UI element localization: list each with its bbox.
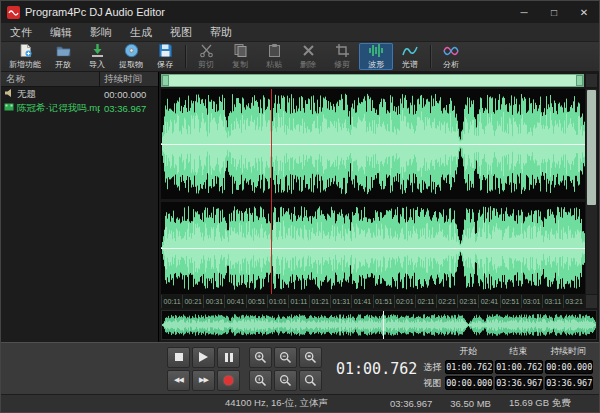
waveform-view-button[interactable]: 波形 [359,43,393,70]
file-duration: 00:00.000 [100,89,158,100]
main-area: 名称 持续时间 无题 00:00.000 陈冠希·记得我吗.mp4 03:36.… [1,72,599,342]
trim-button[interactable]: 修剪 [325,43,359,70]
menu-effects[interactable]: 影响 [81,23,121,41]
menu-bar: 文件 编辑 影响 生成 视图 帮助 [1,23,599,42]
copy-button[interactable]: 复制 [223,43,257,70]
toolbar-separator [430,45,431,68]
minimize-button[interactable]: ─ [509,1,539,23]
zoom-handle-left[interactable] [162,75,169,86]
analyze-button[interactable]: 分析 [434,43,468,70]
cd-disc-icon [124,43,139,58]
vertical-scrollbar[interactable] [586,89,597,294]
file-list-item-selected[interactable]: 陈冠希·记得我吗.mp4 03:36.967 [1,101,158,115]
menu-edit[interactable]: 编辑 [41,23,81,41]
zoom-handle-right[interactable] [576,75,583,86]
view-start-field[interactable]: 00:00.000 [445,376,493,390]
ruler-label: 00:41 [224,295,245,308]
maximize-button[interactable]: □ [539,1,569,23]
ruler-label: 01:01 [267,295,288,308]
ruler-label: 03:01 [521,295,542,308]
import-arrow-icon [90,43,105,58]
ruler-label: 01:41 [351,295,372,308]
stop-icon [175,353,183,361]
toolbar-separator [185,45,186,68]
skip-back-button[interactable]: ◀◀ [167,370,190,391]
import-button[interactable]: 导入 [80,43,114,70]
delete-button[interactable]: 删除 [291,43,325,70]
pause-icon [225,353,233,362]
title-bar: Program4Pc DJ Audio Editor ─ □ ✕ [1,1,599,23]
audio-file-icon [4,88,14,100]
overview-waveform[interactable] [161,310,597,340]
view-duration-field[interactable]: 03:36.967 [545,376,593,390]
file-list-item[interactable]: 无题 00:00.000 [1,87,158,101]
file-list-header: 名称 持续时间 [1,72,158,87]
play-icon [199,352,208,362]
ruler-label: 01:31 [330,295,351,308]
menu-file[interactable]: 文件 [1,23,41,41]
open-button[interactable]: 开放 [46,43,80,70]
zoom-vertical-in-button[interactable] [249,370,272,391]
status-duration: 03:36.967 [390,398,432,409]
play-button[interactable] [192,347,215,368]
file-list-panel: 名称 持续时间 无题 00:00.000 陈冠希·记得我吗.mp4 03:36.… [1,72,159,342]
zoom-selection-icon [304,351,317,364]
status-file-size: 36.50 MB [450,398,491,409]
zoom-full-button[interactable] [299,370,322,391]
pause-button[interactable] [217,347,240,368]
app-window: Program4Pc DJ Audio Editor ─ □ ✕ 文件 编辑 影… [0,0,600,413]
paste-button[interactable]: 粘贴 [257,43,291,70]
waveform-channel-left[interactable] [161,89,585,199]
new-button[interactable]: 新增功能 [4,43,46,70]
overview-waveform-canvas[interactable] [162,311,596,339]
copy-pages-icon [233,43,248,58]
menu-help[interactable]: 帮助 [201,23,241,41]
timeline-ruler[interactable]: 00:1100:2100:3100:4100:5101:0101:1101:21… [161,295,584,308]
current-time-display: 01:00.762 [336,360,417,378]
overview-position-cursor[interactable] [383,311,384,339]
skip-back-icon: ◀◀ [174,376,183,384]
scrollbar-corner [586,74,597,87]
menu-view[interactable]: 视图 [161,23,201,41]
ruler-label: 01:51 [373,295,394,308]
menu-generate[interactable]: 生成 [121,23,161,41]
horizontal-zoom-bar[interactable] [161,74,584,87]
window-title: Program4Pc DJ Audio Editor [25,6,509,18]
record-icon [224,376,233,385]
file-name: 无题 [17,88,36,101]
save-button[interactable]: 保存 [148,43,182,70]
column-header-name[interactable]: 名称 [1,72,100,86]
selection-panel: 开始 结束 持续时间 选择 01:00.762 01:00.762 00:00.… [417,345,593,392]
selection-end-field[interactable]: 01:00.762 [495,360,543,374]
transport-bar: ◀◀ ▶▶ 01:00.762 开始 结束 持续时间 选择 01:00.762 … [1,342,599,394]
zoom-vertical-out-button[interactable] [274,370,297,391]
selection-start-field[interactable]: 01:00.762 [445,360,493,374]
view-row-label: 视图 [417,377,441,390]
selection-header-end: 结束 [493,345,543,358]
vertical-scrollbar-thumb[interactable] [587,90,596,205]
skip-forward-button[interactable]: ▶▶ [192,370,215,391]
toolbar: 新增功能 开放 导入 提取物 保存 剪切 复制 粘贴 [1,42,599,72]
column-header-duration[interactable]: 持续时间 [100,72,158,86]
ruler-label: 02:01 [394,295,415,308]
waveform-channel-right[interactable] [161,202,585,294]
zoom-in-button[interactable] [249,347,272,368]
ruler-label: 02:21 [436,295,457,308]
stop-button[interactable] [167,347,190,368]
zoom-selection-button[interactable] [299,347,322,368]
view-end-field[interactable]: 03:36.967 [495,376,543,390]
spectrum-view-button[interactable]: 光谱 [393,43,427,70]
analyze-wave-icon [443,43,459,58]
cut-button[interactable]: 剪切 [189,43,223,70]
ruler-label: 02:41 [478,295,499,308]
zoom-out-button[interactable] [274,347,297,368]
close-button[interactable]: ✕ [569,1,599,23]
selection-duration-field[interactable]: 00:00.000 [545,360,593,374]
extract-button[interactable]: 提取物 [114,43,148,70]
waveform-panel: 00:1100:2100:3100:4100:5101:0101:1101:21… [159,72,599,342]
clipboard-paste-icon [267,43,282,58]
ruler-label: 02:11 [415,295,436,308]
waveform-display[interactable] [161,89,585,294]
record-button[interactable] [217,370,240,391]
ruler-label: 03:21 [563,295,584,308]
